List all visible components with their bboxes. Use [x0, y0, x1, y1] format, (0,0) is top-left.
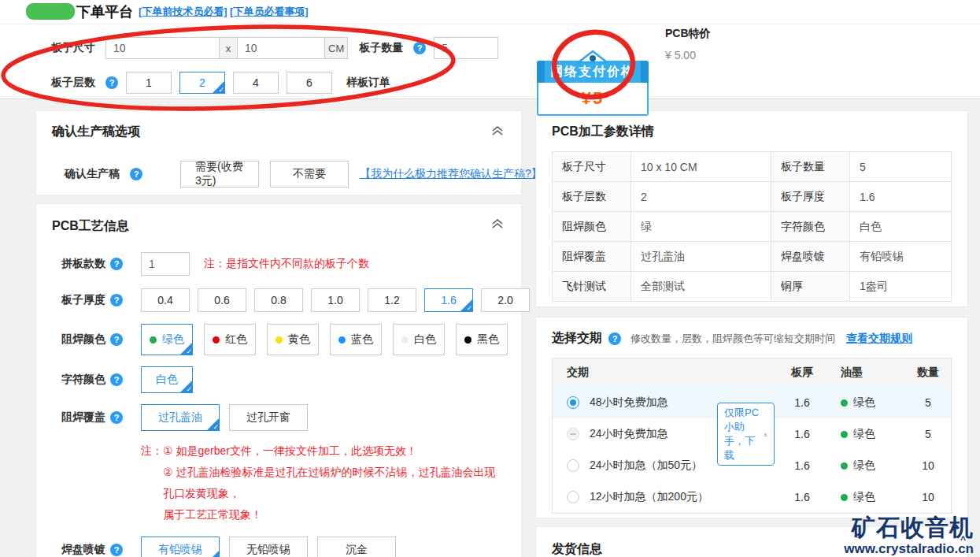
layer-option-4[interactable]: 4: [233, 72, 279, 94]
board-width-input[interactable]: [105, 37, 220, 59]
green-dot-icon: [150, 336, 157, 343]
crystalradio-watermark: 矿石收音机 www.crystalradio.cn^: [844, 516, 974, 555]
thickness-option[interactable]: 0.8: [254, 288, 303, 312]
silk-color-help-icon[interactable]: [110, 373, 123, 386]
price-tag: 网络支付价格 ¥5: [537, 61, 649, 116]
black-dot-icon: [464, 336, 472, 343]
delivery-row-24h-free[interactable]: 24小时免费加急 仅限PC小助手，下载 1.6 绿色 5: [553, 418, 951, 450]
panel-count-note: 注：是指文件内不同款的板子个数: [204, 257, 369, 271]
surface-finish-row: 焊盘喷镀 有铅喷锡 无铅喷锡 沉金: [52, 537, 505, 557]
mask-cover-row: 阻焊覆盖 过孔盖油 过孔开窗: [52, 404, 505, 431]
silk-color-row: 字符颜色 白色: [52, 366, 505, 393]
delivery-table-header: 交期 板厚 油墨 数量: [553, 358, 951, 387]
pcb-params-panel: PCB加工参数详情 板子尺寸10 x 10 CM 板子数量5 板子层数2 板子厚…: [535, 110, 968, 307]
board-size-label: 板子尺寸: [51, 41, 95, 55]
red-dot-icon: [213, 336, 220, 343]
thickness-option[interactable]: 0.6: [198, 288, 246, 312]
why-confirm-link[interactable]: 【我为什么极力推荐您确认生产稿?】: [360, 167, 542, 181]
panel-count-input[interactable]: [141, 252, 190, 276]
collapse-chevron-icon[interactable]: [491, 125, 504, 136]
watermark-url: www.crystalradio.cn^: [844, 542, 974, 555]
delivery-panel-title: 选择交期: [552, 330, 602, 347]
order-notice-link[interactable]: [下单员必看事项]: [230, 5, 309, 19]
hasl-leadfree-option[interactable]: 无铅喷锡: [229, 537, 308, 557]
surface-finish-help-icon[interactable]: [110, 544, 123, 556]
thickness-option-selected[interactable]: 1.6: [424, 288, 473, 312]
mask-color-yellow[interactable]: 黄色: [267, 324, 319, 355]
mask-color-white[interactable]: 白色: [393, 324, 445, 355]
hasl-leaded-option[interactable]: 有铅喷锡: [141, 537, 220, 557]
silk-color-white[interactable]: 白色: [141, 366, 193, 393]
params-table: 板子尺寸10 x 10 CM 板子数量5 板子层数2 板子厚度1.6 阻焊颜色绿…: [552, 151, 952, 302]
pcb-process-panel: PCB工艺信息 拼板款数 注：是指文件内不同款的板子个数 板子厚度 0.4 0.…: [35, 203, 522, 557]
mask-cover-help-icon[interactable]: [110, 411, 123, 424]
radio-selected-icon[interactable]: [567, 396, 579, 409]
download-icon: [764, 429, 767, 440]
board-height-input[interactable]: [237, 37, 325, 59]
board-size-row: 板子尺寸 x CM 板子数量: [51, 37, 498, 59]
surface-finish-label: 焊盘喷镀: [61, 543, 141, 557]
layer-option-6[interactable]: 6: [287, 72, 332, 94]
confirm-draft-panel: 确认生产稿选项 确认生产稿 需要(收费3元) 不需要 【我为什么极力推荐您确认生…: [35, 110, 522, 195]
thickness-options: 0.4 0.6 0.8 1.0 1.2 1.6 2.0: [141, 288, 538, 312]
confirm-draft-help-icon[interactable]: [130, 168, 142, 180]
board-qty-help-icon[interactable]: [413, 42, 426, 54]
order-form-bar: 板子尺寸 x CM 板子数量 板子层数 1 2 4 6 样板订单 网络支付价格 …: [0, 24, 980, 99]
layers-label: 板子层数: [51, 76, 95, 90]
mask-cover-notes: 注：① 如是gerber文件，一律按文件加工，此选项无效！ ② 过孔盖油检验标准…: [141, 440, 505, 525]
enig-option[interactable]: 沉金: [317, 537, 396, 557]
watermark-logo-text: 矿石收音机: [844, 516, 974, 540]
layers-help-icon[interactable]: [105, 76, 118, 89]
board-qty-input[interactable]: [434, 37, 498, 59]
mask-color-red[interactable]: 红色: [204, 324, 256, 355]
thickness-help-icon[interactable]: [110, 294, 123, 306]
delivery-table: 交期 板厚 油墨 数量 48小时免费加急 1.6 绿色 5 24小时免费加急 仅…: [552, 358, 952, 514]
thickness-label: 板子厚度: [61, 293, 141, 307]
col-ink: 油墨: [830, 366, 905, 380]
radio-icon[interactable]: [567, 491, 579, 503]
via-tented-option[interactable]: 过孔盖油: [141, 404, 220, 431]
selected-check-icon: [179, 380, 193, 393]
note-line: 属于工艺正常现象！: [163, 504, 505, 525]
delivery-row-12h-paid[interactable]: 12小时加急（加200元） 1.6 绿色 10: [553, 481, 951, 513]
pcb-special-label: PCB特价: [665, 27, 711, 41]
params-panel-title: PCB加工参数详情: [552, 124, 952, 140]
blue-dot-icon: [338, 336, 346, 343]
panel-count-label: 拼板款数: [61, 257, 141, 271]
selected-check-icon: [206, 550, 220, 557]
layer-option-2[interactable]: 2: [179, 72, 225, 94]
table-row: 阻焊颜色绿 字符颜色白色: [553, 212, 952, 242]
top-header: 下单平台 [下单前技术员必看] [下单员必看事项]: [0, 0, 980, 24]
mask-color-green[interactable]: 绿色: [141, 324, 193, 355]
table-row: 阻焊覆盖过孔盖油 焊盘喷镀有铅喷锡: [553, 242, 952, 272]
radio-disabled-icon[interactable]: [567, 428, 579, 440]
confirm-need-button[interactable]: 需要(收费3元): [180, 161, 259, 188]
panel-count-help-icon[interactable]: [110, 258, 123, 270]
delivery-help-icon[interactable]: [608, 332, 621, 345]
via-open-option[interactable]: 过孔开窗: [229, 404, 308, 431]
thickness-option[interactable]: 1.0: [311, 288, 360, 312]
mask-color-help-icon[interactable]: [110, 333, 123, 346]
mask-cover-label: 阻焊覆盖: [61, 410, 141, 425]
table-row: 飞针测试全部测试 铜厚1盎司: [553, 272, 952, 302]
col-delivery: 交期: [567, 366, 775, 380]
green-dot-icon: [841, 462, 848, 470]
radio-icon[interactable]: [567, 459, 579, 472]
panel-count-row: 拼板款数 注：是指文件内不同款的板子个数: [52, 252, 505, 276]
mask-color-blue[interactable]: 蓝色: [330, 324, 382, 355]
layer-option-1[interactable]: 1: [126, 72, 172, 94]
pc-helper-download-button[interactable]: 仅限PC小助手，下载: [717, 403, 775, 466]
selected-check-icon: [206, 418, 220, 431]
green-dot-icon: [841, 399, 848, 407]
thickness-option[interactable]: 2.0: [481, 288, 530, 312]
confirm-no-need-button[interactable]: 不需要: [270, 161, 349, 188]
delivery-rules-link[interactable]: 查看交期规则: [846, 332, 912, 346]
thickness-option[interactable]: 0.4: [141, 288, 190, 312]
pre-order-tech-link[interactable]: [下单前技术员必看]: [139, 5, 227, 19]
table-row: 板子尺寸10 x 10 CM 板子数量5: [553, 152, 952, 182]
selected-check-icon: [212, 80, 225, 94]
collapse-chevron-icon[interactable]: [491, 218, 504, 229]
thickness-option[interactable]: 1.2: [368, 288, 416, 312]
mask-color-black[interactable]: 黑色: [456, 324, 508, 355]
delivery-panel: 选择交期 修改数量，层数，阻焊颜色等可缩短交期时间 查看交期规则 交期 板厚 油…: [535, 317, 968, 518]
